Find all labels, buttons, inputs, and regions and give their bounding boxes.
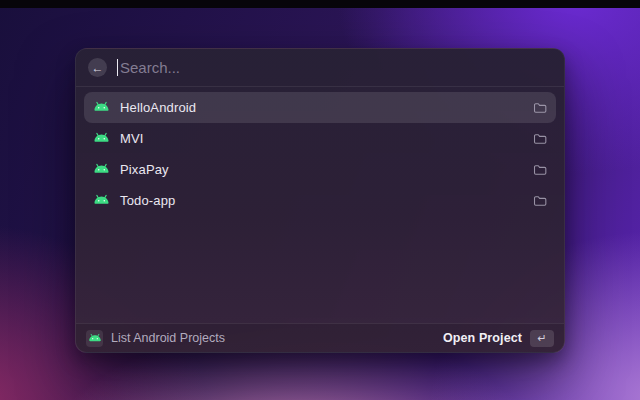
launcher-window: ← HelloAndroid [75,48,565,353]
back-button[interactable]: ← [88,58,107,77]
footer-bar: List Android Projects Open Project ↵ [76,323,564,352]
folder-icon [533,133,547,145]
project-title: MVI [120,131,144,146]
list-item[interactable]: MVI [84,123,556,154]
menu-bar [0,0,640,8]
list-item[interactable]: PixaPay [84,154,556,185]
folder-icon [533,164,547,176]
project-title: HelloAndroid [120,100,196,115]
folder-icon [533,102,547,114]
list-item[interactable]: HelloAndroid [84,92,556,123]
android-icon [93,194,110,207]
project-title: PixaPay [120,162,169,177]
list-item[interactable]: Todo-app [84,185,556,216]
primary-action-button[interactable]: Open Project ↵ [443,330,554,347]
android-icon [86,330,103,347]
primary-action-label: Open Project [443,331,522,345]
back-arrow-icon: ← [92,62,104,74]
text-caret [117,59,118,76]
android-icon [93,101,110,114]
search-input-wrap [117,59,552,76]
results-list: HelloAndroid MVI [76,87,564,323]
android-icon [93,132,110,145]
command-name: List Android Projects [111,331,225,345]
android-icon [93,163,110,176]
return-key-icon: ↵ [530,330,554,347]
search-bar: ← [76,49,564,87]
project-title: Todo-app [120,193,175,208]
search-input[interactable] [120,59,552,76]
folder-icon [533,195,547,207]
